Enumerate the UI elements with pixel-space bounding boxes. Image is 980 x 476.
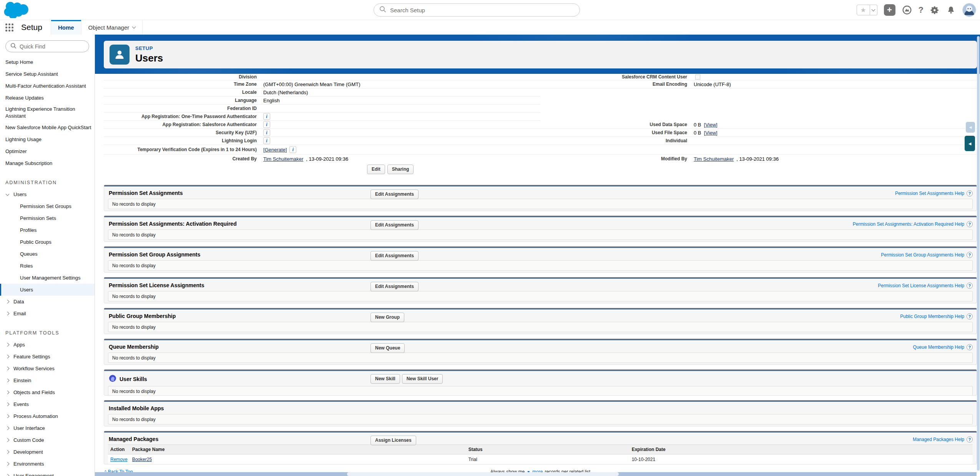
setup-gear-icon[interactable] — [930, 5, 940, 15]
sidebar-item-manage-subscription[interactable]: Manage Subscription — [0, 157, 95, 169]
vertical-scrollbar[interactable] — [977, 36, 980, 471]
edit-assignments-button[interactable]: Edit Assignments — [370, 220, 419, 230]
view-link[interactable]: View — [705, 122, 716, 128]
add-icon[interactable]: + — [884, 4, 895, 16]
sidebar-item-einstein[interactable]: Einstein — [0, 374, 95, 386]
new-skill-user-button[interactable]: New Skill User — [402, 374, 443, 384]
help-link[interactable]: Managed Packages Help — [913, 437, 964, 442]
sidebar-item-label: Environments — [13, 461, 44, 467]
sidebar-item-custom-code[interactable]: Custom Code — [0, 434, 95, 446]
help-link[interactable]: Permission Set Assignments: Activation R… — [853, 221, 964, 227]
help-icon[interactable]: ? — [919, 5, 924, 15]
side-panel-toggle-light[interactable]: ◀ — [965, 121, 975, 133]
tab-object-manager[interactable]: Object Manager — [81, 20, 143, 35]
new-skill-button[interactable]: New Skill — [370, 374, 400, 384]
sidebar-item-process-automation[interactable]: Process Automation — [0, 410, 95, 422]
sidebar-item-users-public-groups[interactable]: Public Groups — [0, 236, 95, 248]
sidebar-item-label: Custom Code — [13, 437, 44, 443]
sidebar-item-service-setup-assistant[interactable]: Service Setup Assistant — [0, 68, 95, 80]
chevron-right-icon — [5, 426, 9, 430]
sidebar-item-apps[interactable]: Apps — [0, 339, 95, 351]
sidebar-item-setup-home[interactable]: Setup Home — [0, 56, 95, 68]
sidebar-item-workflow-services[interactable]: Workflow Services — [0, 363, 95, 374]
help-circle-icon[interactable]: ? — [967, 283, 973, 289]
detail-row: Division — [104, 74, 540, 80]
help-circle-icon[interactable]: ? — [967, 190, 973, 196]
side-panel-toggle-dark[interactable]: ◀ — [964, 135, 975, 151]
sidebar-item-users-queues[interactable]: Queues — [0, 248, 95, 260]
section-permission-set-license-assignments: Permission Set License AssignmentsEdit A… — [104, 277, 977, 303]
sidebar-item-multi-factor-authentication-assistant[interactable]: Multi-Factor Authentication Assistant — [0, 80, 95, 92]
sidebar-item-data[interactable]: Data — [0, 296, 95, 308]
edit-assignments-button[interactable]: Edit Assignments — [370, 251, 419, 261]
new-queue-button[interactable]: New Queue — [370, 343, 405, 353]
tab-home[interactable]: Home — [51, 20, 81, 35]
edit-button[interactable]: Edit — [367, 165, 385, 174]
help-link[interactable]: Queue Membership Help — [913, 345, 964, 350]
sidebar-item-events[interactable]: Events — [0, 398, 95, 410]
sidebar-item-users-profiles[interactable]: Profiles — [0, 224, 95, 236]
info-icon[interactable]: i — [263, 129, 270, 136]
user-avatar[interactable] — [962, 3, 976, 17]
search-input[interactable] — [390, 7, 574, 13]
sidebar-item-feature-settings[interactable]: Feature Settings — [0, 351, 95, 363]
sidebar-item-users[interactable]: Users — [0, 188, 95, 200]
sidebar-item-lightning-usage[interactable]: Lightning Usage — [0, 133, 95, 145]
help-circle-icon[interactable]: ? — [967, 313, 973, 320]
help-link[interactable]: Permission Set License Assignments Help — [878, 283, 964, 288]
help-link[interactable]: Permission Set Group Assignments Help — [881, 252, 964, 258]
favorites-dropdown-icon[interactable] — [870, 5, 877, 15]
sidebar-item-users-users[interactable]: Users — [0, 284, 95, 296]
info-icon[interactable]: i — [263, 113, 270, 120]
help-circle-icon[interactable]: ? — [967, 344, 973, 350]
user-link[interactable]: Tim Schuitemaker — [263, 156, 303, 162]
new-group-button[interactable]: New Group — [370, 313, 404, 322]
generate-link[interactable]: Generate — [265, 147, 286, 153]
sidebar-item-lightning-experience-transition-assistant[interactable]: Lightning Experience Transition Assistan… — [0, 104, 95, 121]
info-icon[interactable]: i — [289, 146, 296, 153]
view-link[interactable]: View — [705, 130, 716, 136]
sidebar-item-optimizer[interactable]: Optimizer — [0, 145, 95, 157]
remove-link[interactable]: Remove — [110, 457, 128, 462]
sidebar-item-development[interactable]: Development — [0, 446, 95, 458]
quick-find-input[interactable] — [20, 43, 84, 50]
sidebar-item-users-permission-sets[interactable]: Permission Sets — [0, 212, 95, 224]
help-circle-icon[interactable]: ? — [967, 252, 973, 258]
info-icon[interactable]: i — [263, 121, 270, 128]
field-label: Used File Space — [540, 130, 692, 135]
horizontal-scrollbar[interactable] — [95, 472, 977, 476]
help-link[interactable]: Permission Set Assignments Help — [895, 191, 964, 196]
help-link[interactable]: Public Group Membership Help — [900, 314, 964, 319]
user-link[interactable]: Tim Schuitemaker — [694, 156, 734, 162]
package-link[interactable]: Booker25 — [132, 457, 152, 462]
sidebar-item-user-interface[interactable]: User Interface — [0, 422, 95, 434]
chevron-down-icon — [5, 192, 9, 196]
favorites-star-icon[interactable]: ★ — [857, 5, 870, 15]
edit-assignments-button[interactable]: Edit Assignments — [370, 190, 419, 199]
sidebar-item-environments[interactable]: Environments — [0, 458, 95, 470]
sidebar-item-users-user-management-settings[interactable]: User Management Settings — [0, 272, 95, 284]
assign-licenses-button[interactable]: Assign Licenses — [370, 436, 416, 445]
sidebar-item-users-permission-set-groups[interactable]: Permission Set Groups — [0, 200, 95, 212]
edit-assignments-button[interactable]: Edit Assignments — [370, 282, 419, 291]
sidebar-item-email[interactable]: Email — [0, 308, 95, 320]
guidance-center-icon[interactable] — [902, 5, 912, 15]
detail-row: App Registration: One-Time Password Auth… — [104, 113, 540, 121]
sidebar-item-objects-and-fields[interactable]: Objects and Fields — [0, 386, 95, 398]
app-launcher-icon[interactable] — [5, 23, 13, 32]
sidebar-item-release-updates[interactable]: Release Updates — [0, 92, 95, 104]
empty-message: No records to display — [108, 353, 973, 363]
field-value-text: Unicode (UTF-8) — [694, 82, 731, 87]
sidebar-item-new-salesforce-mobile-app-quickstart[interactable]: New Salesforce Mobile App QuickStart — [0, 121, 95, 133]
page-header-text: SETUP Users — [135, 45, 163, 64]
section-managed-packages: Managed PackagesAssign LicensesManaged P… — [104, 431, 977, 464]
notifications-bell-icon[interactable] — [946, 5, 956, 15]
horizontal-scrollbar-thumb[interactable] — [347, 472, 619, 476]
cell-status: Trial — [466, 454, 630, 465]
sidebar-item-users-roles[interactable]: Roles — [0, 260, 95, 272]
help-circle-icon[interactable]: ? — [967, 221, 973, 227]
sharing-button[interactable]: Sharing — [387, 165, 414, 174]
info-icon[interactable]: i — [263, 137, 270, 144]
sidebar-item-user-engagement[interactable]: User Engagement — [0, 470, 95, 476]
help-circle-icon[interactable]: ? — [967, 436, 973, 443]
